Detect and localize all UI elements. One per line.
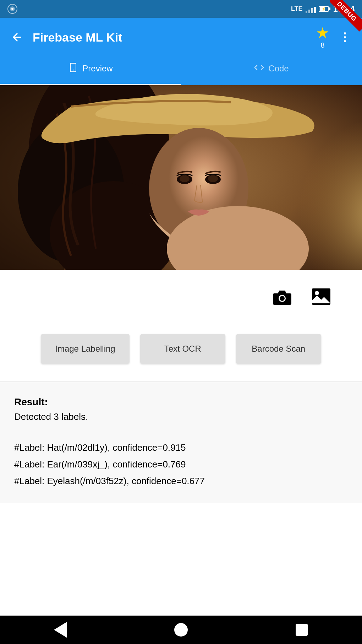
star-count: 8: [320, 41, 324, 49]
text-ocr-button[interactable]: Text OCR: [140, 334, 225, 364]
nav-bar: [0, 616, 362, 644]
gallery-button[interactable]: [309, 284, 334, 309]
status-bar-left: [7, 4, 18, 14]
result-label-3: #Label: Eyelash(/m/03f52z), confidence=0…: [14, 473, 348, 489]
result-title: Result:: [14, 396, 348, 408]
barcode-scan-button[interactable]: Barcode Scan: [236, 334, 321, 364]
star-button[interactable]: ★ 8: [316, 26, 329, 49]
action-row: [0, 270, 362, 323]
app-title: Firebase ML Kit: [33, 31, 309, 44]
portrait-svg: [0, 85, 362, 270]
results-section: Result: Detected 3 labels. #Label: Hat(/…: [0, 382, 362, 503]
svg-point-18: [280, 296, 285, 301]
star-icon: ★: [316, 26, 329, 40]
result-label-2: #Label: Ear(/m/039xj_), confidence=0.769: [14, 456, 348, 473]
battery-icon: ⚡: [319, 6, 330, 12]
tab-code[interactable]: Code: [181, 57, 362, 85]
nav-recent-button[interactable]: [289, 617, 314, 642]
nav-recent-icon: [296, 624, 308, 636]
svg-point-2: [11, 8, 13, 10]
code-icon: [254, 63, 264, 75]
result-label-1: #Label: Hat(/m/02dl1y), confidence=0.915: [14, 439, 348, 456]
back-arrow-icon: [11, 31, 23, 44]
nav-back-button[interactable]: [48, 617, 73, 642]
signal-icon: [306, 5, 316, 13]
svg-point-20: [315, 291, 319, 295]
gallery-icon: [311, 288, 331, 305]
more-dot-2: [344, 36, 346, 38]
debug-ribbon: DEBUG: [330, 0, 362, 32]
feature-buttons: Image Labelling Text OCR Barcode Scan: [0, 323, 362, 381]
camera-icon: [272, 288, 292, 305]
wifi-icon: [7, 4, 18, 14]
main-content: Image Labelling Text OCR Barcode Scan Re…: [0, 85, 362, 616]
app-bar: Firebase ML Kit ★ 8: [0, 18, 362, 57]
tab-bar: Preview Code: [0, 57, 362, 85]
tab-preview[interactable]: Preview: [0, 57, 181, 85]
status-bar: LTE ⚡ 10:14 DEBUG: [0, 0, 362, 18]
debug-label: DEBUG: [330, 0, 362, 32]
more-dot-1: [344, 32, 346, 34]
network-type-label: LTE: [291, 5, 303, 13]
nav-home-button[interactable]: [169, 617, 193, 642]
tab-code-label: Code: [268, 64, 289, 74]
tab-preview-label: Preview: [82, 64, 113, 74]
phone-icon: [68, 63, 78, 75]
back-button[interactable]: [9, 29, 26, 46]
camera-button[interactable]: [270, 284, 295, 309]
nav-home-icon: [174, 623, 188, 637]
result-subtitle: Detected 3 labels.: [14, 411, 348, 422]
svg-point-15: [180, 175, 190, 182]
more-dot-3: [344, 40, 346, 42]
svg-point-16: [208, 175, 218, 182]
image-labelling-button[interactable]: Image Labelling: [41, 334, 129, 364]
nav-spacer: [0, 503, 362, 532]
nav-back-icon: [54, 622, 67, 638]
image-preview: [0, 85, 362, 270]
